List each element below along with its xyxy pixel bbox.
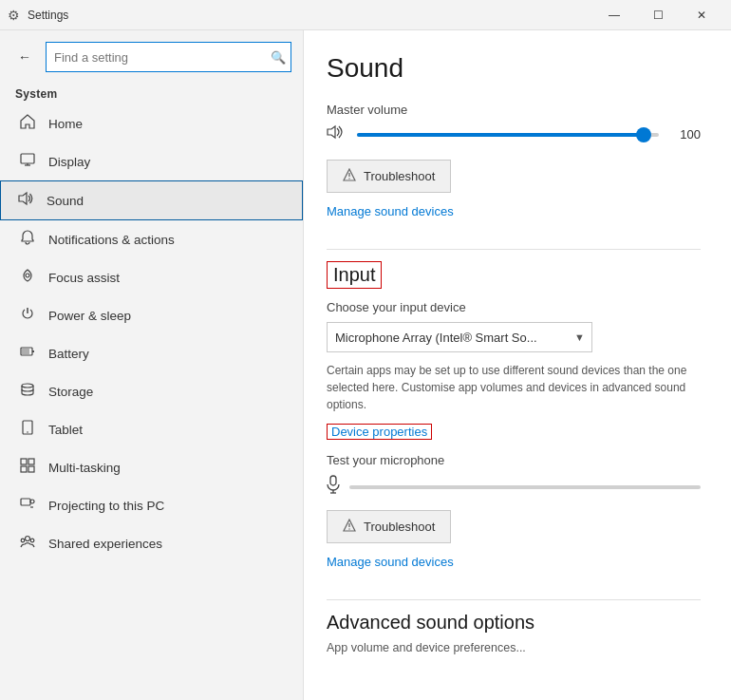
sidebar-item-storage-label: Storage [48,385,93,399]
advanced-hint-text: App volume and device preferences... [327,641,701,654]
slider-fill [357,133,644,137]
volume-slider[interactable] [357,133,659,137]
search-icon[interactable]: 🔍 [271,50,286,65]
sidebar-item-home-label: Home [48,117,83,131]
sidebar-item-notifications[interactable]: Notifications & actions [0,220,303,258]
sidebar-item-multitasking[interactable]: Multi-tasking [0,448,303,486]
multitasking-icon [18,458,37,477]
warning-icon-1 [343,168,356,184]
sidebar-item-tablet-label: Tablet [48,423,83,437]
search-box: 🔍 [46,42,291,72]
sidebar-item-display-label: Display [48,155,90,169]
input-hint-text: Certain apps may be set up to use differ… [327,362,701,413]
troubleshoot-button-2[interactable]: Troubleshoot [327,510,451,543]
input-device-dropdown[interactable]: Microphone Array (Intel® Smart So... [327,322,592,352]
troubleshoot-button-1[interactable]: Troubleshoot [327,160,451,193]
shared-icon [18,534,37,553]
master-volume-label: Master volume [327,103,701,117]
maximize-button[interactable]: ☐ [636,0,680,30]
title-bar-controls: — ☐ ✕ [592,0,723,30]
svg-rect-13 [21,466,27,472]
svg-marker-3 [19,193,27,204]
svg-rect-11 [21,459,27,464]
troubleshoot-btn-1-label: Troubleshoot [364,169,435,183]
sidebar-item-focus[interactable]: Focus assist [0,258,303,296]
focus-icon [18,268,37,287]
input-section-title: Input [333,264,375,286]
notifications-icon [18,230,37,249]
device-properties-link[interactable]: Device properties [327,424,432,440]
svg-point-10 [27,431,28,433]
svg-rect-6 [32,350,34,352]
search-input[interactable] [46,42,291,72]
sidebar-item-projecting[interactable]: Projecting to this PC [0,486,303,524]
svg-point-16 [30,500,34,503]
svg-point-4 [26,274,29,277]
app-body: ← 🔍 System Home Displ [0,30,731,700]
sidebar-item-sound-label: Sound [47,194,84,208]
dropdown-row: Microphone Array (Intel® Smart So... ▼ [327,322,701,352]
svg-marker-21 [328,126,335,138]
battery-icon [18,344,37,363]
sidebar: ← 🔍 System Home Displ [0,30,304,700]
svg-point-19 [21,539,25,542]
svg-point-24 [348,178,349,179]
mic-level-track [349,485,701,489]
sidebar-item-projecting-label: Projecting to this PC [48,499,164,513]
sidebar-item-multitasking-label: Multi-tasking [48,461,121,475]
sidebar-item-storage[interactable]: Storage [0,372,303,410]
sidebar-item-power-label: Power & sleep [48,309,131,323]
warning-icon-2 [343,519,356,535]
manage-sound-devices-link-2[interactable]: Manage sound devices [327,555,454,569]
home-icon [18,114,37,133]
sidebar-item-display[interactable]: Display [0,142,303,180]
sidebar-item-shared[interactable]: Shared experiences [0,524,303,562]
input-section: Input Choose your input device Microphon… [327,261,701,588]
choose-input-label: Choose your input device [327,300,701,314]
back-button[interactable]: ← [11,44,38,70]
sidebar-item-sound[interactable]: Sound [0,180,303,220]
title-bar: ⚙ Settings — ☐ ✕ [0,0,731,30]
volume-icon [327,124,346,144]
divider-2 [327,599,701,600]
input-device-dropdown-wrapper: Microphone Array (Intel® Smart So... ▼ [327,322,592,352]
divider-1 [327,249,701,250]
sidebar-nav-top: ← 🔍 [0,38,303,80]
page-title: Sound [327,53,701,84]
mic-icon [327,475,340,499]
test-mic-label: Test your microphone [327,453,701,467]
minimize-button[interactable]: — [592,0,636,30]
sidebar-item-focus-label: Focus assist [48,271,120,285]
storage-icon [18,382,37,401]
settings-app-icon: ⚙ [8,8,20,23]
sidebar-item-home[interactable]: Home [0,104,303,142]
sidebar-item-battery[interactable]: Battery [0,334,303,372]
svg-rect-0 [21,154,34,163]
slider-thumb [636,127,651,142]
svg-point-8 [22,384,33,388]
input-section-heading-box: Input [327,261,382,289]
svg-point-18 [26,537,30,541]
sound-icon [16,191,35,210]
sidebar-item-power[interactable]: Power & sleep [0,296,303,334]
troubleshoot-btn-2-label: Troubleshoot [364,520,435,534]
tablet-icon [18,420,37,439]
advanced-section: Advanced sound options App volume and de… [327,612,701,654]
svg-point-20 [30,539,34,542]
svg-rect-7 [22,349,29,354]
mic-row [327,475,701,499]
svg-rect-25 [330,476,336,485]
content-area: Sound Master volume 100 [304,30,731,700]
close-button[interactable]: ✕ [680,0,723,30]
svg-rect-12 [28,459,34,464]
svg-point-30 [348,528,349,529]
sidebar-item-notifications-label: Notifications & actions [48,233,175,247]
title-bar-title: Settings [28,9,68,22]
sidebar-item-tablet[interactable]: Tablet [0,410,303,448]
volume-value: 100 [670,127,701,142]
manage-sound-devices-link-1[interactable]: Manage sound devices [327,204,454,218]
sidebar-section-label: System [0,80,303,104]
advanced-section-title: Advanced sound options [327,612,701,634]
power-icon [18,306,37,325]
display-icon [18,152,37,171]
